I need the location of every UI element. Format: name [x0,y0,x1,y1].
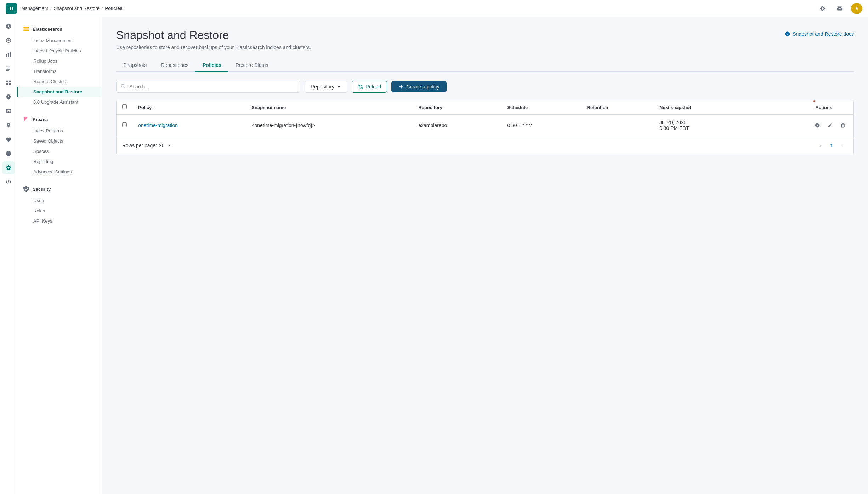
top-header: D Management / Snapshot and Restore / Po… [0,0,868,17]
page-1-btn[interactable]: 1 [827,140,836,150]
docs-link-label: Snapshot and Restore docs [793,31,854,37]
page-header: Snapshot and Restore Snapshot and Restor… [116,28,854,42]
sidebar-icon-clock[interactable] [2,20,15,33]
row-retention-cell [581,115,654,136]
select-all-checkbox[interactable] [122,104,127,109]
sidebar-icon-ml[interactable] [2,105,15,117]
svg-rect-4 [8,83,10,85]
row-snapshot-name-cell: <onetime-migration-{now/d}> [246,115,413,136]
trash-icon [840,122,846,128]
settings-icon-btn[interactable] [817,3,828,14]
col-header-retention: Retention [581,100,654,115]
notifications-icon-btn[interactable] [834,3,845,14]
breadcrumb-current: Policies [105,6,123,11]
page-title-group: Snapshot and Restore [116,28,229,42]
rows-per-page-value: 20 [159,143,165,148]
next-page-btn[interactable]: › [838,140,848,150]
docs-icon [785,31,790,37]
policies-table-container: Policy ↑ Snapshot name Repository Schedu… [116,100,854,155]
repository-filter-label: Repository [311,84,334,90]
user-avatar[interactable]: e [851,3,862,14]
tab-restore-status[interactable]: Restore Status [228,59,276,72]
nav-item-reporting[interactable]: Reporting [17,156,102,167]
nav-sidebar: Elasticsearch Index Management Index Lif… [17,17,102,494]
delete-policy-btn[interactable] [838,120,848,130]
tab-repositories[interactable]: Repositories [154,59,195,72]
sidebar-icon-graph[interactable] [2,119,15,132]
create-policy-button[interactable]: Create a policy [391,81,446,92]
app-layout: Elasticsearch Index Management Index Lif… [0,17,868,494]
nav-item-upgrade-assistant[interactable]: 8.0 Upgrade Assistant [17,97,102,107]
nav-section-kibana-header: Kibana [17,113,102,126]
nav-item-advanced-settings[interactable]: Advanced Settings [17,167,102,177]
policy-link[interactable]: onetime-migration [138,122,178,128]
sidebar-icon-discover[interactable] [2,34,15,47]
select-all-col [117,100,132,115]
nav-item-index-management[interactable]: Index Management [17,35,102,46]
nav-item-remote-clusters[interactable]: Remote Clusters [17,76,102,87]
toolbar: Repository Reload Create a policy [116,81,854,93]
repository-filter-btn[interactable]: Repository [305,81,347,93]
table-header-row: Policy ↑ Snapshot name Repository Schedu… [117,100,853,115]
pagination: ‹ 1 › [815,140,848,150]
breadcrumb-parent[interactable]: Snapshot and Restore [54,6,100,11]
nav-item-api-keys[interactable]: API Keys [17,216,102,226]
app-logo[interactable]: D [6,3,17,14]
nav-item-users[interactable]: Users [17,195,102,206]
sort-icon: ↑ [153,105,155,110]
nav-item-spaces[interactable]: Spaces [17,146,102,156]
row-policy-cell: onetime-migration [132,115,246,136]
plus-icon [398,84,404,90]
svg-rect-2 [8,81,10,82]
sidebar-icon-management[interactable] [2,161,15,174]
nav-item-snapshot-and-restore[interactable]: Snapshot and Restore [17,87,102,97]
nav-item-saved-objects[interactable]: Saved Objects [17,136,102,146]
edit-policy-btn[interactable] [825,120,835,130]
sidebar-icon-visualize[interactable] [2,48,15,61]
row-repository-cell: examplerepo [413,115,501,136]
tab-policies[interactable]: Policies [195,59,228,72]
prev-page-btn[interactable]: ‹ [815,140,825,150]
row-checkbox[interactable] [122,122,127,127]
sidebar-icon-apm[interactable] [2,147,15,160]
row-next-snapshot-cell: Jul 20, 2020 9:30 PM EDT [654,115,749,136]
create-policy-label: Create a policy [406,84,439,90]
docs-link[interactable]: Snapshot and Restore docs [785,31,854,37]
row-schedule-cell: 0 30 1 * * ? [501,115,581,136]
play-icon [815,122,820,128]
col-header-actions: ↓ Actions [749,100,853,115]
nav-item-roles[interactable]: Roles [17,206,102,216]
svg-rect-1 [6,81,8,82]
run-policy-btn[interactable] [812,120,822,130]
edit-icon [827,122,833,128]
breadcrumb-sep-1: / [50,6,52,11]
svg-rect-3 [6,83,8,85]
tab-snapshots[interactable]: Snapshots [116,59,154,72]
sidebar-icon-devtools[interactable] [2,176,15,188]
breadcrumb-root[interactable]: Management [21,6,48,11]
reload-button[interactable]: Reload [352,81,387,93]
search-input[interactable] [116,81,300,93]
sidebar-icon-maps[interactable] [2,91,15,103]
nav-item-index-lifecycle-policies[interactable]: Index Lifecycle Policies [17,46,102,56]
rows-per-page[interactable]: Rows per page: 20 [122,143,172,148]
col-header-policy[interactable]: Policy ↑ [132,100,246,115]
red-arrow-annotation: ↓ [812,100,816,103]
svg-rect-5 [23,27,29,28]
nav-item-index-patterns[interactable]: Index Patterns [17,126,102,136]
col-header-repository: Repository [413,100,501,115]
nav-item-rollup-jobs[interactable]: Rollup Jobs [17,56,102,66]
page-subtitle: Use repositories to store and recover ba… [116,45,854,50]
security-section-label: Security [33,186,51,192]
sidebar-icon-dashboard[interactable] [2,62,15,75]
sidebar-icon-canvas[interactable] [2,76,15,89]
sidebar-icon-uptime[interactable] [2,133,15,146]
nav-section-elasticsearch-header: Elasticsearch [17,23,102,35]
nav-section-kibana: Kibana Index Patterns Saved Objects Spac… [17,113,102,177]
nav-item-transforms[interactable]: Transforms [17,66,102,76]
col-policy-label: Policy [138,105,152,110]
header-right: e [817,3,862,14]
chevron-down-icon [336,84,341,89]
col-header-next-snapshot: Next snapshot [654,100,749,115]
reload-icon [358,84,363,90]
